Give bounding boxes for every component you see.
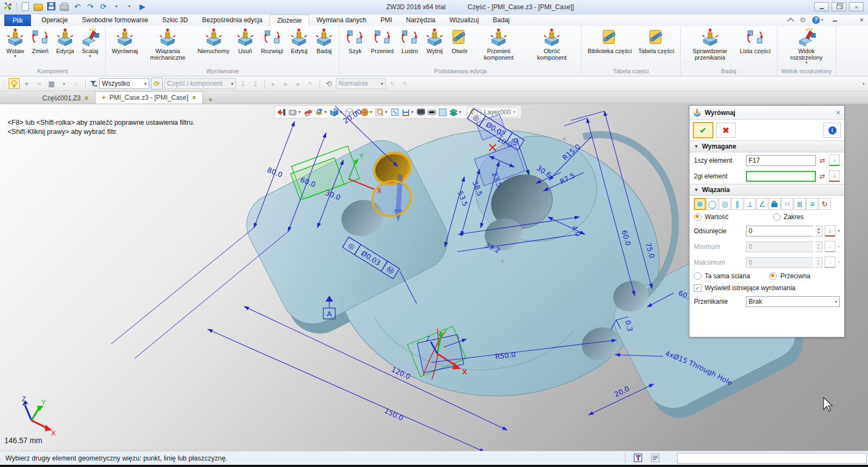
menu-tab-pmi[interactable]: PMI — [373, 15, 399, 26]
new-file-icon[interactable] — [21, 2, 30, 11]
doc-minimize-button[interactable] — [833, 18, 837, 22]
tab-close-icon[interactable]: × — [85, 94, 88, 102]
ribbon-button-zmien[interactable]: Zmień — [28, 27, 53, 54]
ribbon-button-tabela-czesci[interactable]: Tabela części — [635, 27, 678, 54]
ribbon-button-sprawdzenie-przenikania[interactable]: Sprawdzenie przenikania — [684, 27, 737, 61]
constraint-middle-icon[interactable]: ≡ — [806, 198, 818, 210]
ribbon-button-edytuj[interactable]: Edytuj — [286, 27, 311, 54]
exit-icon[interactable] — [277, 107, 287, 117]
filter-select[interactable]: Wszystko ▾ — [99, 78, 149, 89]
doc-tab-pmi-case[interactable]: + PMI_Case.z3 - [PMI_Case] × — [95, 91, 203, 104]
help-caret-icon[interactable]: ▾ — [821, 17, 823, 22]
add-pick-icon[interactable]: + — [21, 78, 32, 89]
constraint-symmetry-icon[interactable]: ||| — [794, 198, 806, 210]
toolbar-overflow-icon[interactable]: ▾ — [863, 81, 865, 86]
interference-select[interactable]: Brak ▾ — [746, 296, 840, 307]
window-close-button[interactable]: × — [849, 2, 864, 11]
bore-hole[interactable] — [484, 167, 560, 236]
ribbon-button-badaj[interactable]: Badaj — [311, 27, 336, 54]
erase-icon[interactable] — [303, 107, 313, 117]
command-input[interactable] — [677, 453, 867, 464]
info-button[interactable]: i — [824, 123, 841, 138]
ribbon-button-obroc-komponent[interactable]: Obróć komponent — [525, 27, 578, 61]
command-history-icon[interactable] — [633, 453, 643, 463]
help-button[interactable]: ? ▾ — [812, 16, 823, 24]
radio-same-face[interactable] — [694, 272, 701, 280]
cancel-button[interactable]: ✖ — [716, 123, 736, 138]
command-log-icon[interactable] — [650, 453, 661, 463]
layer-select[interactable]: Layer000 ▾ — [467, 107, 519, 117]
constraint-coincident-icon[interactable]: ◎ — [719, 198, 731, 210]
chevron-down-icon[interactable]: ▾ — [411, 110, 415, 114]
menu-tab-bezposrednia-edycja[interactable]: Bezpośrednia edycja — [195, 15, 269, 26]
chevron-down-icon[interactable]: ▾ — [370, 110, 374, 114]
radio-range[interactable] — [773, 213, 781, 221]
shaded-cube-icon[interactable] — [329, 107, 339, 117]
layer-color-icon[interactable] — [476, 109, 482, 116]
constraint-perpendicular-icon[interactable]: ⊥ — [744, 198, 756, 210]
undo-icon[interactable]: ↶ — [73, 2, 82, 11]
refresh-caret-icon[interactable]: ▾ — [112, 2, 121, 11]
wireframe-cube-icon[interactable] — [344, 107, 354, 117]
menu-tab-wymiana-danych[interactable]: Wymiana danych — [309, 15, 373, 26]
constraint-lock-icon[interactable] — [769, 198, 781, 210]
chevron-down-icon[interactable]: ▾ — [340, 110, 343, 114]
deck-hole[interactable] — [481, 214, 526, 254]
swap-selection-icon[interactable]: ⇄ — [818, 172, 827, 180]
second-element-input[interactable] — [746, 171, 816, 182]
section-required[interactable]: ▼ Wymagane — [690, 140, 844, 152]
refresh-icon[interactable]: ⟳ — [99, 2, 108, 11]
offset-input[interactable]: 0 — [746, 226, 813, 236]
view-wheel-icon[interactable] — [359, 107, 369, 117]
orient-icon[interactable]: ⟲ — [323, 78, 334, 89]
ribbon-button-wytnij[interactable]: Wytnij — [422, 27, 447, 54]
menu-tab-badaj[interactable]: Badaj — [486, 15, 517, 26]
window-minimize-button[interactable] — [814, 2, 829, 11]
chevron-down-icon[interactable]: ▾ — [324, 110, 328, 114]
swap-selection-icon[interactable]: ⇄ — [818, 157, 827, 164]
align-dialog-header[interactable]: Wyrównaj ✕ — [690, 106, 844, 120]
zoom-window-icon[interactable] — [374, 107, 385, 117]
right-plate-hole-1[interactable] — [610, 277, 652, 315]
collapse-ribbon-icon[interactable] — [787, 17, 794, 24]
tab-close-icon[interactable]: × — [192, 94, 196, 101]
constraint-parallel-icon[interactable]: ∥ — [731, 198, 743, 210]
radio-value[interactable] — [694, 213, 701, 221]
menu-tab-wizualizuj[interactable]: Wizualizuj — [443, 15, 486, 26]
pick-first-icon[interactable]: ↓ — [829, 155, 840, 166]
pick-second-icon[interactable]: ↓ — [829, 170, 840, 182]
redo-icon[interactable]: ↷ — [86, 2, 95, 11]
plate-hole[interactable] — [337, 195, 387, 241]
ribbon-button-otwor[interactable]: Otwór — [447, 27, 472, 54]
constraint-angle-icon[interactable]: ∠ — [756, 198, 768, 210]
first-element-input[interactable]: F17 — [746, 155, 816, 166]
save-icon[interactable] — [47, 2, 56, 11]
new-tab-button[interactable]: + — [203, 95, 218, 104]
ribbon-button-edycja[interactable]: Edycja — [53, 27, 78, 54]
print-icon[interactable] — [60, 2, 69, 11]
show-hide-icon[interactable] — [314, 107, 324, 117]
display-monitor-icon[interactable] — [416, 107, 426, 117]
highlight-ring[interactable] — [368, 176, 416, 221]
remove-pick-icon[interactable]: − — [34, 78, 44, 89]
ribbon-button-szyk[interactable]: Szyk — [342, 27, 367, 54]
lasso-icon[interactable]: ◌ — [71, 78, 82, 89]
layer-stack-icon[interactable] — [448, 107, 458, 117]
section-clip-icon[interactable] — [426, 107, 437, 117]
filter-funnel-icon[interactable] — [89, 79, 98, 88]
chevron-down-icon[interactable]: ▾ — [355, 110, 359, 114]
section-constraints[interactable]: ▼ Wiązania — [690, 184, 844, 196]
radio-opposite[interactable] — [769, 272, 777, 280]
ribbon-button-nieruchomy[interactable]: Nieruchomy — [194, 27, 233, 54]
pick-region-icon[interactable]: ▦ — [46, 78, 57, 89]
constraint-gear-icon[interactable]: ↻ — [819, 198, 831, 210]
ribbon-button-wiazania-mechaniczne[interactable]: Wiązania mechaniczne — [141, 27, 194, 61]
menu-tab-szkic-3d[interactable]: Szkic 3D — [155, 15, 195, 26]
ribbon-button-wstaw[interactable]: Wstaw ▾ — [3, 27, 28, 58]
ribbon-button-przenies-komponent[interactable]: Przenieś komponent — [472, 27, 525, 61]
menu-tab-operacje[interactable]: Operacje — [34, 15, 75, 26]
window-restore-button[interactable] — [832, 2, 846, 11]
ribbon-button-lista-czesci[interactable]: Lista części — [737, 27, 774, 54]
ribbon-button-scalaj[interactable]: Scalaj ▾ — [78, 27, 103, 58]
ribbon-button-usun[interactable]: Usuń — [233, 27, 258, 54]
